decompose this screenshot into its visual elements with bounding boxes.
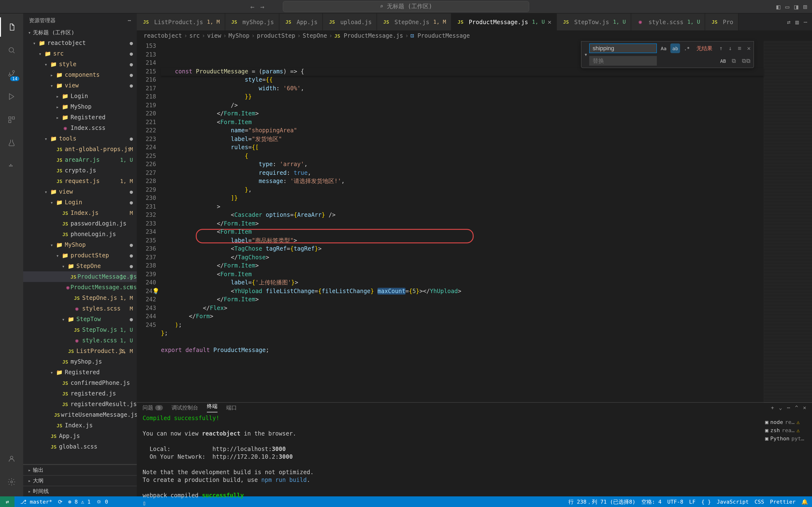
sidebar-section[interactable]: ▸ 时间线 xyxy=(23,486,137,496)
editor-tab[interactable]: JSProductMessage.js1, U✕ xyxy=(451,13,557,31)
panel-tab-terminal[interactable]: 终端 xyxy=(207,403,217,412)
terminal-output[interactable]: Compiled successfully! You can now view … xyxy=(137,412,812,507)
tree-item[interactable]: ▾📁view● xyxy=(23,186,137,197)
activity-scm[interactable]: 14 xyxy=(0,64,23,83)
tree-item[interactable]: ◉style.scss1, U xyxy=(23,335,137,346)
code-content[interactable]: const ProuductMessage = (params) => { st… xyxy=(161,41,764,402)
tree-item[interactable]: ▾📁productStep● xyxy=(23,250,137,261)
editor-tab[interactable]: ◉style.scss1, U xyxy=(631,13,705,31)
editor-tab[interactable]: JSListProduct.js1, M xyxy=(137,13,225,31)
workspace-header[interactable]: ▾无标题 (工作区) xyxy=(23,27,137,38)
activity-settings[interactable] xyxy=(0,472,23,492)
find-selection-icon[interactable]: ≡ xyxy=(736,45,743,52)
split-icon[interactable]: ▥ xyxy=(795,18,799,25)
replace-one-icon[interactable]: ⧉ xyxy=(730,57,738,64)
replace-input[interactable] xyxy=(589,56,657,66)
tree-item[interactable]: ▸📁MyShop xyxy=(23,101,137,112)
tree-item[interactable]: JScrypto.js xyxy=(23,165,137,176)
status-ports[interactable]: ⛭ 0 xyxy=(96,499,108,505)
breadcrumb-item[interactable]: JS ProductMessage.js xyxy=(335,32,403,39)
command-center[interactable]: ⌕ 无标题 (工作区) xyxy=(283,1,529,12)
find-word-icon[interactable]: ab xyxy=(670,44,680,53)
tree-item[interactable]: ▾📁reactobject● xyxy=(23,38,137,48)
editor-tab[interactable]: JSmyShop.js xyxy=(225,13,279,31)
tree-item[interactable]: ◉Index.scss xyxy=(23,123,137,133)
activity-testing[interactable] xyxy=(0,133,23,153)
find-close-icon[interactable]: ✕ xyxy=(745,45,753,52)
panel-tab-debug[interactable]: 调试控制台 xyxy=(171,404,198,411)
terminal-item[interactable]: ▣Python pyt… xyxy=(763,435,809,443)
tree-item[interactable]: JSmyShop.js xyxy=(23,356,137,367)
breadcrumb-item[interactable]: MyShop xyxy=(229,32,250,39)
find-toggle-replace[interactable]: ▾ xyxy=(582,43,589,67)
editor-tab[interactable]: JSStepOne.js1, M xyxy=(377,13,451,31)
find-prev-icon[interactable]: ↑ xyxy=(717,45,724,52)
breadcrumb-item[interactable]: StepOne xyxy=(303,32,327,39)
tree-item[interactable]: ▾📁StepOne● xyxy=(23,261,137,271)
tree-item[interactable]: JSStepTow.js1, U xyxy=(23,325,137,335)
tree-item[interactable]: ▾📁src● xyxy=(23,48,137,59)
status-branch[interactable]: ⎇ master* xyxy=(20,499,52,505)
terminal-item[interactable]: ▣node re… ⚠ xyxy=(763,418,809,427)
status-problems[interactable]: ⊗ 8 ⚠ 1 xyxy=(68,499,91,505)
terminal-more-icon[interactable]: ⋯ xyxy=(787,404,790,411)
preserve-case-icon[interactable]: AB xyxy=(718,56,728,66)
tree-item[interactable]: JSrequest.js1, M xyxy=(23,176,137,186)
panel-tab-problems[interactable]: 问题9 xyxy=(143,404,163,411)
compare-icon[interactable]: ⇄ xyxy=(787,18,791,25)
tree-item[interactable]: JSIndex.js xyxy=(23,420,137,431)
tree-item[interactable]: ◉ProductMessage.scssU xyxy=(23,282,137,293)
panel-maximize-icon[interactable]: ^ xyxy=(795,404,798,411)
terminal-item[interactable]: ▣zsh rea… ⚠ xyxy=(763,427,809,435)
activity-search[interactable] xyxy=(0,41,23,60)
tree-item[interactable]: JSwriteUsenameMessage.js xyxy=(23,409,137,420)
tree-item[interactable]: JSProductMessage.js1, U xyxy=(23,271,137,282)
find-case-icon[interactable]: Aa xyxy=(659,44,668,53)
lightbulb-icon[interactable]: 💡 xyxy=(152,287,159,295)
tree-item[interactable]: JSphoneLogin.js xyxy=(23,229,137,239)
breadcrumb-item[interactable]: productStep xyxy=(257,32,295,39)
layout-panel-icon[interactable]: ▭ xyxy=(785,3,789,10)
tree-item[interactable]: JSApp.js xyxy=(23,431,137,441)
activity-explorer[interactable] xyxy=(0,17,23,37)
tree-item[interactable]: ▾📁Login● xyxy=(23,197,137,208)
tree-item[interactable]: ▾📁tools● xyxy=(23,133,137,144)
activity-extensions[interactable] xyxy=(0,110,23,129)
tree-item[interactable]: JSareaArr.js1, U xyxy=(23,155,137,165)
layout-sidebar-icon[interactable]: ◧ xyxy=(776,3,780,10)
tree-item[interactable]: ▸📁Registered xyxy=(23,112,137,123)
tree-item[interactable]: ◉styles.scssM xyxy=(23,303,137,314)
terminal-split-icon[interactable]: ⌄ xyxy=(779,404,782,411)
status-sync[interactable]: ⟳ xyxy=(58,499,62,505)
find-regex-icon[interactable]: .* xyxy=(682,44,692,53)
editor-tab[interactable]: JSupload.js xyxy=(323,13,377,31)
sidebar-section[interactable]: ▸ 大纲 xyxy=(23,475,137,486)
activity-docker[interactable] xyxy=(0,157,23,176)
minimap[interactable] xyxy=(764,41,812,402)
breadcrumb-item[interactable]: ⊡ ProuductMessage xyxy=(410,32,470,39)
tree-item[interactable]: ▾📁style● xyxy=(23,59,137,69)
tree-item[interactable]: ▾📁view● xyxy=(23,80,137,91)
activity-account[interactable] xyxy=(0,449,23,468)
find-next-icon[interactable]: ↓ xyxy=(727,45,734,52)
breadcrumb[interactable]: reactobject›src›view›MyShop›productStep›… xyxy=(137,31,812,41)
more-icon[interactable]: ⋯ xyxy=(804,18,807,25)
tab-close-icon[interactable]: ✕ xyxy=(548,18,552,25)
activity-debug[interactable] xyxy=(0,87,23,106)
tree-item[interactable]: ▾📁Registered xyxy=(23,367,137,378)
tree-item[interactable]: JSconfirmedPhone.js xyxy=(23,378,137,388)
tree-item[interactable]: ▾📁MyShop● xyxy=(23,239,137,250)
tree-item[interactable]: JSregisteredResult.js xyxy=(23,399,137,409)
panel-close-icon[interactable]: ✕ xyxy=(803,404,806,411)
tree-item[interactable]: JSIndex.jsM xyxy=(23,208,137,218)
tree-item[interactable]: JSglobal.scss xyxy=(23,441,137,452)
editor-tab[interactable]: JSApp.js xyxy=(279,13,323,31)
layout-custom-icon[interactable]: ⊞ xyxy=(803,3,807,10)
editor-tab[interactable]: JSStepTow.js1, U xyxy=(557,13,631,31)
nav-back[interactable]: ← xyxy=(250,3,254,10)
breadcrumb-item[interactable]: view xyxy=(207,32,221,39)
breadcrumb-item[interactable]: reactobject xyxy=(144,32,182,39)
replace-all-icon[interactable]: ⧉⧉ xyxy=(740,57,753,64)
panel-tab-ports[interactable]: 端口 xyxy=(226,404,237,411)
find-input[interactable] xyxy=(589,44,657,53)
